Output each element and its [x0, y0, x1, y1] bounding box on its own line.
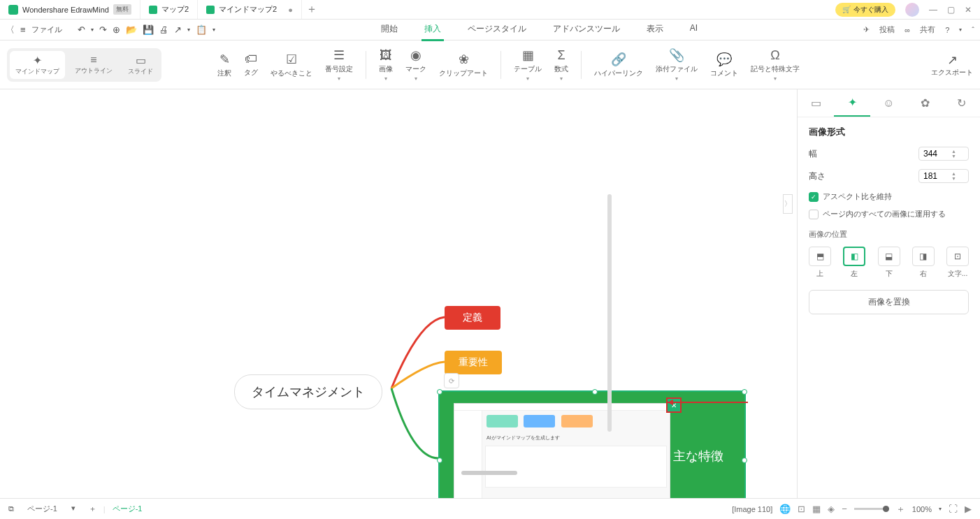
add-page-button[interactable]: ＋: [89, 504, 96, 514]
globe-icon[interactable]: 🌐: [779, 504, 791, 514]
menu-view[interactable]: 表示: [644, 19, 666, 41]
share-link-icon[interactable]: ∞: [905, 26, 910, 34]
rib-table[interactable]: ▦テーブル▾: [514, 47, 542, 82]
rib-attachment[interactable]: 📎添付ファイル▾: [656, 47, 698, 82]
user-avatar[interactable]: [905, 3, 919, 17]
subtopic-definition[interactable]: 定義: [445, 306, 500, 330]
rib-image[interactable]: 🖼画像▾: [379, 48, 393, 82]
pos-bottom[interactable]: ⬓下: [878, 247, 900, 279]
horizontal-scrollbar[interactable]: [461, 471, 517, 475]
help-icon[interactable]: ?: [945, 26, 949, 34]
page-list-icon[interactable]: ⧉: [8, 504, 14, 513]
submit-label[interactable]: 投稿: [879, 24, 895, 35]
vertical-scrollbar[interactable]: [607, 194, 612, 432]
rib-comment[interactable]: 💬コメント: [710, 52, 738, 78]
grid-icon[interactable]: ▦: [812, 504, 821, 514]
view-slide[interactable]: ▭スライド: [122, 51, 159, 79]
rib-numbering[interactable]: ☰番号設定▾: [325, 47, 353, 82]
tab-mindmap2[interactable]: マインドマップ2 ●: [198, 0, 302, 19]
minimize-button[interactable]: —: [929, 5, 937, 15]
panel-tab-theme[interactable]: ▭: [798, 89, 834, 117]
resize-handle[interactable]: [742, 458, 747, 463]
rib-export[interactable]: ↗エクスポート: [931, 52, 973, 78]
menu-ai[interactable]: AI: [687, 19, 700, 41]
rib-todo[interactable]: ☑やるべきこと: [271, 52, 312, 78]
menu-pagestyle[interactable]: ページスタイル: [465, 19, 529, 41]
view-outline[interactable]: ≡アウトライン: [69, 51, 118, 79]
rib-formula[interactable]: Σ数式▾: [554, 48, 568, 82]
tab-map2[interactable]: マップ2: [140, 0, 198, 19]
share-icon[interactable]: 📋: [196, 24, 207, 35]
rib-clipart[interactable]: ❀クリップアート: [439, 52, 488, 78]
canvas[interactable]: タイムマネジメント 定義 重要性 AIがマインドマップを生成します 主な特徴: [0, 89, 797, 498]
spin-up[interactable]: ▲: [951, 149, 956, 154]
pos-left[interactable]: ◧左: [843, 247, 865, 279]
maximize-button[interactable]: ▢: [947, 5, 955, 15]
pos-text[interactable]: ⊡文字...: [946, 247, 969, 279]
pos-right[interactable]: ◨右: [912, 247, 935, 279]
width-field[interactable]: [923, 149, 951, 159]
resize-handle[interactable]: [437, 389, 442, 395]
undo-dd[interactable]: ▾: [91, 27, 94, 33]
rib-mark[interactable]: ◉マーク▾: [405, 47, 426, 82]
spin-down[interactable]: ▼: [951, 154, 956, 159]
panel-tab-icon[interactable]: ☺: [870, 89, 907, 117]
height-input[interactable]: ▲▼: [918, 169, 969, 183]
view-mindmap[interactable]: ✦マインドマップ: [10, 51, 65, 79]
collapse-panel-button[interactable]: 〉: [783, 194, 793, 214]
close-button[interactable]: ✕: [965, 5, 972, 15]
width-input[interactable]: ▲▼: [918, 147, 969, 161]
central-topic[interactable]: タイムマネジメント: [234, 374, 382, 409]
page-selector[interactable]: ページ-1▾: [21, 502, 82, 516]
height-field[interactable]: [923, 171, 951, 181]
menu-advanced[interactable]: アドバンスツール: [550, 19, 623, 41]
panel-tab-history[interactable]: ↻: [944, 89, 980, 117]
spin-up[interactable]: ▲: [951, 171, 956, 176]
zoom-dd[interactable]: ▾: [939, 506, 942, 512]
resize-handle[interactable]: [742, 389, 747, 395]
undo-button[interactable]: ↶: [78, 24, 85, 35]
page-tab[interactable]: ページ-1: [113, 504, 143, 514]
rib-hyperlink[interactable]: 🔗ハイパーリンク: [594, 52, 643, 78]
send-icon[interactable]: ✈: [863, 25, 870, 34]
panel-tab-style[interactable]: ✦: [834, 89, 870, 117]
export-dd[interactable]: ▾: [187, 27, 190, 33]
presentation-button[interactable]: ▶: [965, 504, 972, 514]
panel-tab-clipart[interactable]: ✿: [907, 89, 944, 117]
spin-down[interactable]: ▼: [951, 176, 956, 181]
menu-start[interactable]: 開始: [378, 19, 401, 41]
export-button[interactable]: ↗: [174, 24, 182, 35]
fullscreen-button[interactable]: ⛶: [949, 504, 958, 514]
print-button[interactable]: 🖨: [159, 24, 168, 35]
replace-image-button[interactable]: 画像を置換: [809, 290, 969, 314]
rib-tag[interactable]: 🏷タグ: [244, 52, 258, 78]
pos-top[interactable]: ⬒上: [809, 247, 831, 279]
focus-icon[interactable]: ◈: [828, 504, 835, 514]
rib-symbol[interactable]: Ω記号と特殊文字▾: [751, 48, 800, 82]
help-dd[interactable]: ▾: [959, 27, 962, 33]
image-delete-button[interactable]: ✕: [666, 397, 682, 413]
back-button[interactable]: 〈: [6, 24, 15, 36]
share-dd[interactable]: ▾: [212, 27, 215, 33]
share-label[interactable]: 共有: [920, 24, 935, 35]
rib-annotation[interactable]: ✎注釈: [217, 52, 231, 78]
resize-handle[interactable]: [437, 458, 442, 463]
zoom-out-button[interactable]: −: [842, 504, 847, 514]
open-button[interactable]: 📂: [126, 24, 137, 35]
zoom-in-button[interactable]: ＋: [896, 503, 905, 516]
menu-icon[interactable]: ≡: [20, 24, 26, 35]
resize-handle[interactable]: [592, 389, 598, 395]
buy-button[interactable]: 🛒 今すぐ購入: [835, 3, 895, 17]
add-tab-button[interactable]: ＋: [302, 0, 322, 19]
apply-all-checkbox[interactable]: [809, 210, 819, 219]
aspect-ratio-checkbox[interactable]: ✓: [809, 192, 819, 202]
redo-button[interactable]: ↷: [99, 24, 107, 35]
new-button[interactable]: ⊕: [113, 24, 120, 35]
app-tab[interactable]: Wondershare EdrawMind 無料: [0, 0, 140, 19]
file-menu[interactable]: ファイル: [31, 24, 62, 35]
collapse-ribbon-button[interactable]: ˆ: [972, 26, 974, 34]
menu-insert[interactable]: 挿入: [421, 19, 444, 41]
zoom-slider[interactable]: [854, 508, 889, 510]
save-button[interactable]: 💾: [143, 24, 154, 35]
fit-icon[interactable]: ⊡: [798, 504, 805, 514]
